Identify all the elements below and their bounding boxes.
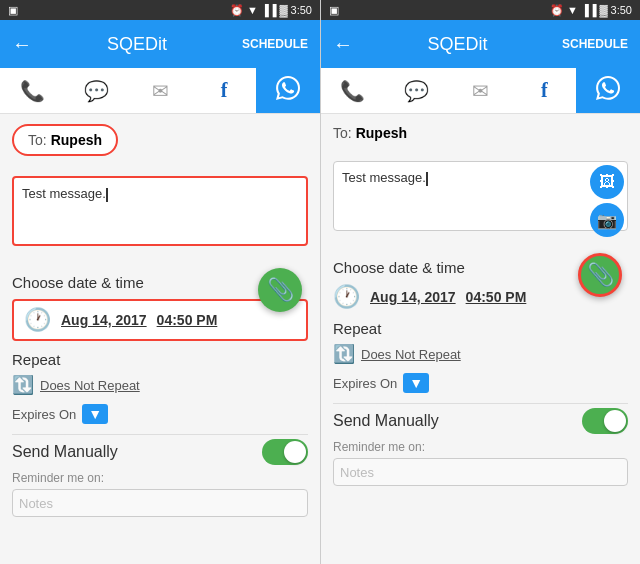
message-text-left: Test message. bbox=[22, 186, 106, 201]
send-manually-toggle-right[interactable] bbox=[582, 408, 628, 434]
expires-dropdown-right[interactable]: ▼ bbox=[403, 373, 429, 393]
toggle-knob-left bbox=[284, 441, 306, 463]
send-manually-label-right: Send Manually bbox=[333, 412, 582, 430]
expires-dropdown-left[interactable]: ▼ bbox=[82, 404, 108, 424]
tab-email-left[interactable]: ✉ bbox=[128, 68, 192, 113]
image-btn-right[interactable]: 🖼 bbox=[590, 165, 624, 199]
signal-icon: ▐▐ bbox=[261, 4, 277, 16]
tab-sms-left[interactable]: 💬 bbox=[64, 68, 128, 113]
expires-arrow-icon-left: ▼ bbox=[88, 406, 102, 422]
to-field-left[interactable]: To: Rupesh bbox=[12, 124, 118, 156]
right-panel: ▣ ⏰ ▼ ▐▐ ▓ 3:50 ← SQEDit SCHEDULE 📞 💬 ✉ … bbox=[320, 0, 640, 564]
repeat-text-right[interactable]: Does Not Repeat bbox=[361, 347, 461, 362]
repeat-label-right: Repeat bbox=[333, 320, 628, 337]
divider-right bbox=[333, 403, 628, 404]
message-input-right[interactable]: Test message. bbox=[333, 161, 628, 231]
repeat-icon-right: 🔃 bbox=[333, 343, 355, 365]
expires-label-right: Expires On bbox=[333, 376, 397, 391]
facebook-tab-icon-left: f bbox=[221, 79, 228, 102]
tab-email-right[interactable]: ✉ bbox=[449, 68, 513, 113]
phone-tab-icon-left: 📞 bbox=[20, 79, 45, 103]
tab-phone-left[interactable]: 📞 bbox=[0, 68, 64, 113]
cursor-right bbox=[426, 172, 428, 186]
attach-fab-right[interactable]: 📎 bbox=[578, 253, 622, 297]
schedule-button-left[interactable]: SCHEDULE bbox=[242, 37, 308, 51]
repeat-row-left: 🔃 Does Not Repeat bbox=[12, 374, 308, 396]
expires-label-left: Expires On bbox=[12, 407, 76, 422]
send-manually-label-left: Send Manually bbox=[12, 443, 262, 461]
message-text-right: Test message. bbox=[342, 170, 426, 185]
reminder-label-right: Reminder me on: bbox=[333, 440, 628, 454]
status-bar-left-icons: ▣ bbox=[8, 4, 18, 17]
camera-icon: 📷 bbox=[597, 211, 617, 230]
content-right: To: Rupesh Test message. 🖼 📷 📎 bbox=[321, 114, 640, 564]
tab-facebook-left[interactable]: f bbox=[192, 68, 256, 113]
battery-icon: ▓ bbox=[280, 4, 288, 16]
content-left: To: Rupesh Test message. 📎 Choose date &… bbox=[0, 114, 320, 564]
tab-bar-left: 📞 💬 ✉ f bbox=[0, 68, 320, 114]
expires-row-right: Expires On ▼ bbox=[333, 373, 628, 393]
alarm-icon-right: ⏰ bbox=[550, 4, 564, 17]
tab-whatsapp-left[interactable] bbox=[256, 68, 320, 113]
repeat-label-left: Repeat bbox=[12, 351, 308, 368]
tab-sms-right[interactable]: 💬 bbox=[385, 68, 449, 113]
date-left[interactable]: Aug 14, 2017 bbox=[61, 312, 147, 328]
status-bar-right-right-info: ⏰ ▼ ▐▐ ▓ 3:50 bbox=[550, 4, 632, 17]
facebook-tab-icon-right: f bbox=[541, 79, 548, 102]
notes-input-left[interactable]: Notes bbox=[12, 489, 308, 517]
time-left[interactable]: 04:50 PM bbox=[157, 312, 218, 328]
tab-facebook-right[interactable]: f bbox=[512, 68, 576, 113]
schedule-button-right[interactable]: SCHEDULE bbox=[562, 37, 628, 51]
divider-left bbox=[12, 434, 308, 435]
wifi-icon: ▼ bbox=[247, 4, 258, 16]
repeat-row-right: 🔃 Does Not Repeat bbox=[333, 343, 628, 365]
repeat-icon-left: 🔃 bbox=[12, 374, 34, 396]
time-display: 3:50 bbox=[291, 4, 312, 16]
date-right[interactable]: Aug 14, 2017 bbox=[370, 289, 456, 305]
send-manually-row-left: Send Manually bbox=[12, 439, 308, 465]
signal-icon-right: ▐▐ bbox=[581, 4, 597, 16]
whatsapp-tab-icon-right bbox=[596, 76, 620, 105]
app-bar-right: ← SQEDit SCHEDULE bbox=[321, 20, 640, 68]
toggle-knob-right bbox=[604, 410, 626, 432]
tab-phone-right[interactable]: 📞 bbox=[321, 68, 385, 113]
camera-status-icon-right: ▣ bbox=[329, 4, 339, 17]
whatsapp-tab-icon-left bbox=[276, 76, 300, 105]
email-tab-icon-left: ✉ bbox=[152, 79, 169, 103]
to-label-left: To: bbox=[28, 132, 47, 148]
status-bar-left: ▣ ⏰ ▼ ▐▐ ▓ 3:50 bbox=[0, 0, 320, 20]
time-display-right: 3:50 bbox=[611, 4, 632, 16]
tab-whatsapp-right[interactable] bbox=[576, 68, 640, 113]
to-name-right: Rupesh bbox=[356, 125, 407, 141]
notes-input-right[interactable]: Notes bbox=[333, 458, 628, 486]
phone-tab-icon-right: 📞 bbox=[340, 79, 365, 103]
clock-icon-left: 🕐 bbox=[24, 307, 51, 333]
tab-bar-right: 📞 💬 ✉ f bbox=[321, 68, 640, 114]
email-tab-icon-right: ✉ bbox=[472, 79, 489, 103]
to-field-right: To: Rupesh bbox=[333, 125, 407, 141]
time-right[interactable]: 04:50 PM bbox=[466, 289, 527, 305]
left-panel: ▣ ⏰ ▼ ▐▐ ▓ 3:50 ← SQEDit SCHEDULE 📞 💬 ✉ … bbox=[0, 0, 320, 564]
send-manually-row-right: Send Manually bbox=[333, 408, 628, 434]
battery-icon-right: ▓ bbox=[600, 4, 608, 16]
sms-tab-icon-right: 💬 bbox=[404, 79, 429, 103]
repeat-text-left[interactable]: Does Not Repeat bbox=[40, 378, 140, 393]
to-name-left: Rupesh bbox=[51, 132, 102, 148]
status-bar-right-info: ⏰ ▼ ▐▐ ▓ 3:50 bbox=[230, 4, 312, 17]
back-button-left[interactable]: ← bbox=[12, 33, 32, 56]
reminder-label-left: Reminder me on: bbox=[12, 471, 308, 485]
camera-btn-right[interactable]: 📷 bbox=[590, 203, 624, 237]
to-label-right: To: bbox=[333, 125, 352, 141]
expires-arrow-icon-right: ▼ bbox=[409, 375, 423, 391]
message-input-left[interactable]: Test message. bbox=[12, 176, 308, 246]
attach-fab-left[interactable]: 📎 bbox=[258, 268, 302, 312]
cursor-left bbox=[106, 188, 108, 202]
back-button-right[interactable]: ← bbox=[333, 33, 353, 56]
sms-tab-icon-left: 💬 bbox=[84, 79, 109, 103]
wifi-icon-right: ▼ bbox=[567, 4, 578, 16]
status-bar-right: ▣ ⏰ ▼ ▐▐ ▓ 3:50 bbox=[321, 0, 640, 20]
send-manually-toggle-left[interactable] bbox=[262, 439, 308, 465]
clock-icon-right: 🕐 bbox=[333, 284, 360, 310]
app-title-right: SQEDit bbox=[353, 34, 562, 55]
expires-row-left: Expires On ▼ bbox=[12, 404, 308, 424]
